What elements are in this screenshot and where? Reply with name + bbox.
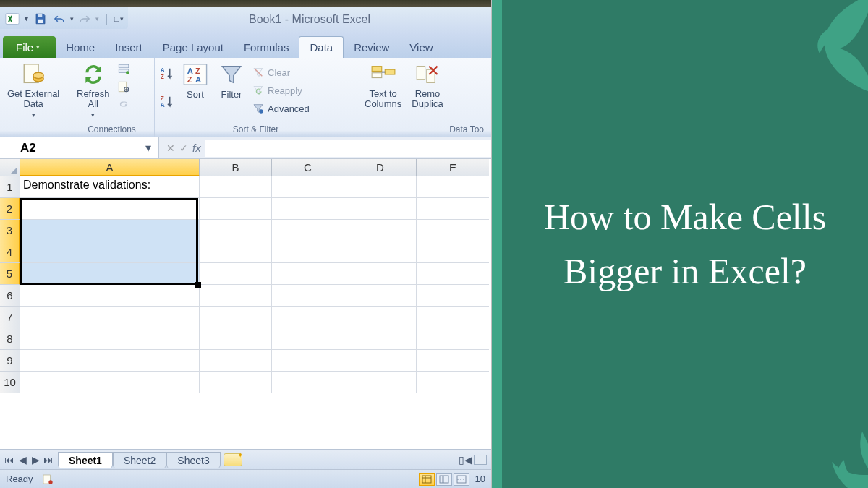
customize-qat-icon[interactable]: ▢▾ xyxy=(114,15,124,22)
cell[interactable] xyxy=(272,198,344,220)
cell[interactable] xyxy=(200,350,272,372)
cell[interactable] xyxy=(272,328,344,350)
view-page-break-icon[interactable] xyxy=(454,473,469,486)
filter-button[interactable]: Filter xyxy=(216,60,247,101)
cell[interactable] xyxy=(200,263,272,285)
cell[interactable] xyxy=(20,198,200,220)
save-icon[interactable] xyxy=(33,11,48,27)
cell[interactable] xyxy=(20,350,200,372)
tab-page-layout[interactable]: Page Layout xyxy=(153,36,234,58)
col-header-d[interactable]: D xyxy=(344,159,417,176)
cell[interactable] xyxy=(200,198,272,220)
cell[interactable] xyxy=(200,241,272,263)
hscroll-left-icon[interactable]: ▯◀ xyxy=(459,454,472,466)
sheet-nav-last-icon[interactable]: ⏭ xyxy=(42,454,55,466)
sort-za-icon[interactable]: ZA xyxy=(159,94,175,112)
spreadsheet-grid[interactable]: A B C D E 1Demonstrate validations:23456… xyxy=(0,159,491,449)
cell[interactable] xyxy=(20,372,200,393)
cell[interactable] xyxy=(417,372,489,393)
cell[interactable] xyxy=(417,176,489,198)
tab-data[interactable]: Data xyxy=(299,36,344,58)
col-header-b[interactable]: B xyxy=(200,159,272,176)
properties-icon[interactable] xyxy=(117,80,130,95)
get-external-data-button[interactable]: Get External Data ▾ xyxy=(4,60,62,120)
cell[interactable] xyxy=(20,285,200,307)
tab-insert[interactable]: Insert xyxy=(105,36,153,58)
cell[interactable] xyxy=(344,307,417,328)
name-box[interactable]: A2 ▾ xyxy=(0,137,159,158)
tab-formulas[interactable]: Formulas xyxy=(234,36,299,58)
cell[interactable] xyxy=(344,198,417,220)
cancel-fx-icon[interactable]: ✕ xyxy=(166,142,175,154)
cell[interactable] xyxy=(272,285,344,307)
macro-record-icon[interactable] xyxy=(42,474,54,485)
cell[interactable] xyxy=(200,220,272,241)
cell[interactable] xyxy=(272,176,344,198)
cell[interactable] xyxy=(20,241,200,263)
sheet-tab-sheet2[interactable]: Sheet2 xyxy=(113,452,166,468)
hscroll-track[interactable] xyxy=(474,455,487,465)
cell[interactable] xyxy=(20,307,200,328)
view-normal-icon[interactable] xyxy=(419,473,435,486)
cell[interactable] xyxy=(417,350,489,372)
cell[interactable] xyxy=(344,350,417,372)
name-box-dropdown-icon[interactable]: ▾ xyxy=(138,141,158,155)
clear-button[interactable]: Clear xyxy=(252,64,310,80)
cell[interactable] xyxy=(344,220,417,241)
row-header[interactable]: 2 xyxy=(0,198,20,220)
cell[interactable] xyxy=(272,241,344,263)
edit-links-icon[interactable] xyxy=(117,98,130,113)
undo-icon[interactable] xyxy=(51,11,67,27)
cell[interactable] xyxy=(417,241,489,263)
tab-home[interactable]: Home xyxy=(56,36,105,58)
sheet-tab-sheet1[interactable]: Sheet1 xyxy=(58,452,113,468)
file-tab[interactable]: File ▾ xyxy=(3,36,56,58)
row-header[interactable]: 9 xyxy=(0,350,20,372)
redo-dropdown-icon[interactable]: ▾ xyxy=(95,15,99,22)
cell[interactable] xyxy=(200,285,272,307)
refresh-all-button[interactable]: Refresh All ▾ xyxy=(74,60,113,120)
sort-button[interactable]: AZZA Sort xyxy=(179,60,211,101)
cell[interactable] xyxy=(20,328,200,350)
cell[interactable] xyxy=(20,263,200,285)
advanced-button[interactable]: Advanced xyxy=(252,100,310,116)
cell[interactable] xyxy=(417,198,489,220)
excel-logo-icon[interactable] xyxy=(4,11,20,27)
cell[interactable] xyxy=(344,241,417,263)
selection-fill-handle[interactable] xyxy=(195,282,201,288)
cell[interactable]: Demonstrate validations: xyxy=(20,176,200,198)
tab-review[interactable]: Review xyxy=(344,36,399,58)
row-header[interactable]: 8 xyxy=(0,328,20,350)
cell[interactable] xyxy=(417,328,489,350)
cell[interactable] xyxy=(344,328,417,350)
select-all-corner[interactable] xyxy=(0,159,20,176)
text-to-columns-button[interactable]: Text to Columns xyxy=(362,60,404,111)
tab-view[interactable]: View xyxy=(399,36,443,58)
new-sheet-button[interactable] xyxy=(224,453,242,466)
col-header-a[interactable]: A xyxy=(20,159,200,176)
sheet-tab-sheet3[interactable]: Sheet3 xyxy=(166,452,220,468)
undo-dropdown-icon[interactable]: ▾ xyxy=(70,15,74,22)
row-header[interactable]: 5 xyxy=(0,263,20,285)
fx-label[interactable]: fx xyxy=(192,142,201,154)
cell[interactable] xyxy=(344,285,417,307)
cell[interactable] xyxy=(417,263,489,285)
redo-icon[interactable] xyxy=(77,11,93,27)
col-header-e[interactable]: E xyxy=(417,159,489,176)
cell[interactable] xyxy=(417,307,489,328)
sort-az-icon[interactable]: AZ xyxy=(159,66,175,84)
cell[interactable] xyxy=(200,176,272,198)
sheet-nav-next-icon[interactable]: ▶ xyxy=(29,454,42,466)
row-header[interactable]: 4 xyxy=(0,241,20,263)
cell[interactable] xyxy=(417,285,489,307)
row-header[interactable]: 6 xyxy=(0,285,20,307)
cell[interactable] xyxy=(200,307,272,328)
cell[interactable] xyxy=(344,263,417,285)
sheet-nav-first-icon[interactable]: ⏮ xyxy=(3,454,16,466)
cell[interactable] xyxy=(200,328,272,350)
formula-input[interactable] xyxy=(205,140,491,157)
sheet-nav-prev-icon[interactable]: ◀ xyxy=(16,454,29,466)
reapply-button[interactable]: Reapply xyxy=(252,82,310,98)
qat-dropdown-icon[interactable]: ▼ xyxy=(23,15,30,22)
cell[interactable] xyxy=(272,263,344,285)
